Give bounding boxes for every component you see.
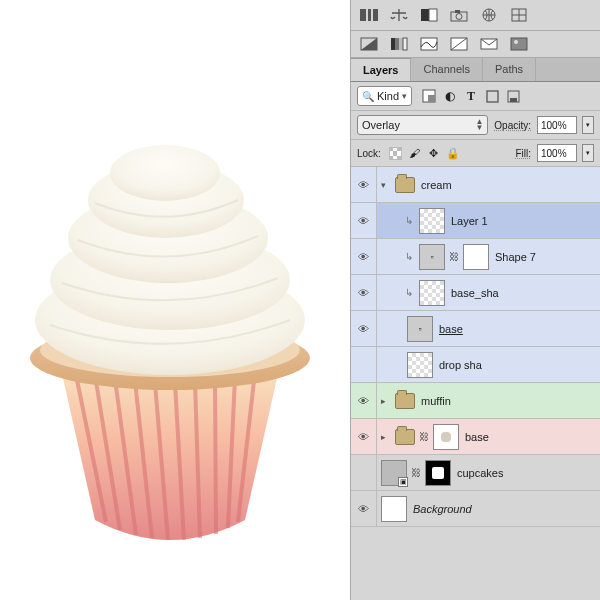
svg-rect-19 [373,9,378,21]
svg-point-39 [514,40,518,44]
layer-drop-sha[interactable]: drop sha [351,347,600,383]
lock-all-icon[interactable]: 🔒 [446,146,460,160]
visibility-toggle[interactable] [351,419,377,454]
canvas-area [0,0,350,600]
align-icon[interactable] [359,6,379,24]
diag-icon[interactable] [449,36,469,52]
svg-rect-46 [389,147,393,151]
globe-icon[interactable] [479,6,499,24]
visibility-toggle[interactable] [351,491,377,526]
folder-icon [395,177,415,193]
fill-toggle-icon[interactable] [359,36,379,52]
fill-input[interactable]: 100% [537,144,577,162]
layer-thumbnail [419,280,445,306]
opacity-label: Opacity: [494,120,531,131]
mask-thumbnail [433,424,459,450]
lock-row: Lock: 🖌 ✥ 🔒 Fill: 100% ▾ [351,140,600,167]
svg-line-7 [215,380,216,534]
link-icon: ⛓ [449,251,459,262]
visibility-toggle[interactable] [351,455,377,490]
threshold-icon[interactable] [419,36,439,52]
panel-tabs: Layers Channels Paths [351,58,600,82]
svg-rect-21 [429,9,437,21]
layer-cupcakes[interactable]: ▣ ⛓ cupcakes [351,455,600,491]
visibility-toggle[interactable] [351,275,377,310]
visibility-toggle[interactable] [351,347,377,382]
tab-layers[interactable]: Layers [351,58,411,81]
envelope-icon[interactable] [479,36,499,52]
top-icon-row-1 [351,0,600,31]
filter-adjust-icon[interactable]: ◐ [443,89,457,103]
filter-pixel-icon[interactable] [422,89,436,103]
lock-icons: 🖌 ✥ 🔒 [389,146,460,160]
svg-rect-42 [487,91,498,102]
disclosure-triangle[interactable]: ▸ [381,432,391,442]
layer-shape7[interactable]: ↳ ▫ ⛓ Shape 7 [351,239,600,275]
layer-thumbnail [419,208,445,234]
svg-rect-44 [510,98,517,102]
svg-rect-20 [421,9,429,21]
layer-name: cupcakes [457,467,503,479]
svg-rect-47 [397,147,402,151]
filter-smart-icon[interactable] [506,89,520,103]
fill-dropdown[interactable]: ▾ [582,144,594,162]
blend-mode-select[interactable]: Overlay ▲▼ [357,115,488,135]
svg-rect-30 [391,38,395,50]
grid-icon[interactable] [509,6,529,24]
opacity-input[interactable]: 100% [537,116,577,134]
layers-panel: Layers Channels Paths 🔍 Kind ▾ ◐ T Overl… [350,0,600,600]
lock-brush-icon[interactable]: 🖌 [408,146,422,160]
tab-paths[interactable]: Paths [483,58,536,81]
layer-thumbnail: ▣ [381,460,407,486]
layer-base-sha[interactable]: ↳ base_sha [351,275,600,311]
layer-layer1[interactable]: ↳ Layer 1 [351,203,600,239]
posterize-icon[interactable] [389,36,409,52]
lock-transparent-icon[interactable] [389,146,403,160]
visibility-toggle[interactable] [351,383,377,418]
layer-name: drop sha [439,359,482,371]
filter-shape-icon[interactable] [485,89,499,103]
layer-group-muffin[interactable]: ▸ muffin [351,383,600,419]
select-arrows-icon: ▲▼ [475,119,483,131]
lock-move-icon[interactable]: ✥ [427,146,441,160]
filter-icons: ◐ T [422,89,520,103]
svg-rect-50 [397,156,402,160]
layer-thumbnail [407,352,433,378]
svg-point-23 [456,14,462,20]
opacity-dropdown[interactable]: ▾ [582,116,594,134]
svg-rect-41 [428,95,435,102]
layers-list: ▾ cream ↳ Layer 1 ↳ ▫ ⛓ Shape 7 [351,167,600,600]
link-icon: ⛓ [411,467,421,478]
fill-label: Fill: [515,148,531,159]
visibility-toggle[interactable] [351,311,377,346]
disclosure-triangle[interactable]: ▸ [381,396,391,406]
filter-kind-select[interactable]: 🔍 Kind ▾ [357,86,412,106]
tab-channels[interactable]: Channels [411,58,482,81]
svg-rect-33 [403,38,407,50]
search-icon: 🔍 [362,91,374,102]
visibility-toggle[interactable] [351,167,377,202]
clipping-icon: ↳ [405,215,415,226]
svg-point-16 [110,145,220,201]
layer-base[interactable]: ▫ base [351,311,600,347]
lock-label: Lock: [357,148,381,159]
visibility-toggle[interactable] [351,203,377,238]
visibility-toggle[interactable] [351,239,377,274]
filter-type-icon[interactable]: T [464,89,478,103]
balance-icon[interactable] [389,6,409,24]
map-icon[interactable] [509,36,529,52]
layer-name: Background [413,503,472,515]
layer-name: base [465,431,489,443]
layer-name: base [439,323,463,335]
layer-group-base[interactable]: ▸ ⛓ base [351,419,600,455]
camera-icon[interactable] [449,6,469,24]
filter-kind-label: Kind [377,90,399,102]
top-icon-row-2 [351,31,600,58]
layer-thumbnail: ▫ [407,316,433,342]
layer-background[interactable]: Background [351,491,600,527]
svg-rect-17 [360,9,366,21]
disclosure-triangle[interactable]: ▾ [381,180,391,190]
gradient-icon[interactable] [419,6,439,24]
layer-group-cream[interactable]: ▾ cream [351,167,600,203]
mask-thumbnail [463,244,489,270]
